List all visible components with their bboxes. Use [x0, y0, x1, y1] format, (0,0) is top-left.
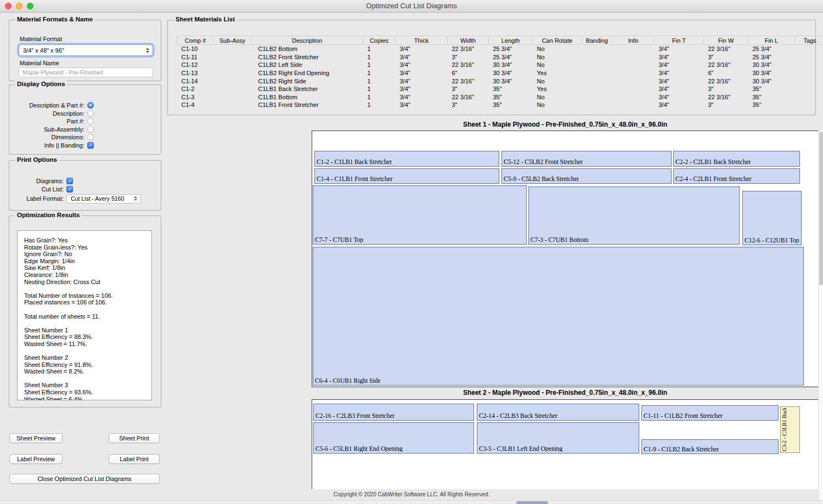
radio-dimensions[interactable]: [87, 134, 94, 140]
checkbox-info-banding[interactable]: [87, 142, 94, 149]
table-cell: 6": [448, 69, 489, 77]
table-cell: 3": [448, 85, 489, 93]
column-header[interactable]: Fin W: [704, 36, 748, 45]
label-format-select[interactable]: Cut List - Avery 5160: [66, 194, 141, 203]
cut-part: C7-3 - C7UB1 Bottom: [528, 186, 740, 245]
label-preview-button[interactable]: Label Preview: [9, 454, 63, 464]
table-cell: 3/4": [655, 85, 704, 93]
label-print-button[interactable]: Label Print: [109, 454, 160, 464]
table-cell: [214, 85, 251, 93]
table-row[interactable]: C1-12C1LB2 Left Side13/4"22 3/16"30 3/4"…: [177, 61, 823, 69]
table-row[interactable]: C1-10C1LB2 Bottom13/4"22 3/16"25 3/4"No3…: [177, 45, 823, 53]
radio-description-and-part[interactable]: [87, 102, 94, 109]
part-label: C1-9 - C1LB2 Back Stretcher: [644, 446, 719, 452]
table-cell: [612, 45, 655, 53]
part-label: C2-14 - C2LB3 Back Stretcher: [479, 412, 557, 419]
sheet-preview-button[interactable]: Sheet Preview: [9, 433, 63, 443]
display-option-label: Sub-Assembly:: [9, 126, 87, 133]
sheet-materials-legend: Sheet Materials List: [173, 16, 237, 22]
cut-part: C2-16 - C2LB3 Front Stretcher: [313, 404, 474, 421]
optimization-results-panel: Optimization Results Has Grain?: Yes Rot…: [9, 216, 161, 407]
display-option-label: Description & Part #:: [9, 102, 87, 109]
display-option-label: Description:: [9, 110, 87, 117]
table-cell: 3/4": [396, 53, 448, 61]
table-cell: [795, 77, 823, 85]
table-cell: [612, 53, 655, 61]
radio-description[interactable]: [87, 110, 94, 117]
cut-list-checkbox[interactable]: [66, 186, 73, 192]
table-cell: 3/4": [396, 61, 448, 69]
table-row[interactable]: C1-2C1LB1 Back Stretcher13/4"3"35"Yes3/4…: [177, 85, 823, 93]
table-cell: 3": [704, 101, 748, 109]
display-option-row: Description & Part #:: [9, 101, 161, 110]
table-cell: 30 3/4": [748, 69, 795, 77]
table-cell: C1LB2 Right Side: [251, 77, 363, 85]
table-cell: [582, 69, 612, 77]
table-cell: [795, 53, 823, 61]
table-cell: 22 3/16": [704, 45, 748, 53]
table-cell: 35": [748, 93, 795, 101]
close-optimized-cut-list-button[interactable]: Close Optimized Cut List Diagrams: [9, 474, 160, 484]
column-header[interactable]: Can Rotate: [533, 36, 582, 45]
table-cell: 25 3/4": [489, 53, 533, 61]
table-cell: [795, 101, 823, 109]
table-cell: 1: [363, 85, 396, 93]
table-cell: [582, 45, 612, 53]
diagrams-checkbox[interactable]: [66, 178, 73, 184]
app-window: Optimized Cut List Diagrams Material For…: [0, 0, 823, 504]
table-row[interactable]: C1-14C1LB2 Right Side13/4"22 3/16"30 3/4…: [177, 77, 823, 85]
column-header[interactable]: Description: [251, 36, 363, 45]
vertical-scrollbar-thumb[interactable]: [819, 132, 823, 285]
table-cell: [612, 93, 655, 101]
table-cell: 3/4": [396, 101, 448, 109]
horizontal-scrollbar-thumb[interactable]: [516, 501, 548, 504]
table-cell: [795, 85, 823, 93]
material-format-select[interactable]: 3/4" x 48" x 96": [19, 44, 153, 56]
table-cell: 22 3/16": [448, 93, 489, 101]
column-header[interactable]: Fin T: [655, 36, 704, 45]
column-header[interactable]: Sub-Assy: [214, 36, 251, 45]
horizontal-scrollbar[interactable]: [0, 500, 823, 504]
radio-part-number[interactable]: [87, 118, 94, 124]
column-header[interactable]: Comp #: [177, 36, 214, 45]
radio-sub-assembly[interactable]: [87, 126, 94, 133]
table-cell: 1: [363, 93, 396, 101]
part-label: C1-4 - C1LB1 Front Stretcher: [317, 175, 393, 182]
cut-part: C1-11 - C1LB2 Front Stretcher: [641, 405, 779, 421]
zoom-window-button[interactable]: [27, 3, 33, 9]
table-row[interactable]: C1-3C1LB1 Bottom13/4"22 3/16"35"No3/4"22…: [177, 93, 823, 101]
column-header[interactable]: Width: [448, 36, 489, 45]
part-label: C5-12 - C5LB2 Front Stretcher: [504, 158, 583, 165]
table-cell: 3/4": [396, 77, 448, 85]
column-header[interactable]: Info: [612, 36, 655, 45]
part-label: C2-4 - C2LB1 Front Stretcher: [675, 175, 752, 182]
table-cell: 35": [748, 101, 795, 109]
table-cell: [612, 61, 655, 69]
table-cell: 35": [489, 101, 533, 109]
column-header[interactable]: Copies: [363, 36, 396, 45]
close-window-button[interactable]: [5, 3, 12, 9]
column-header[interactable]: Length: [489, 36, 533, 45]
window-title: Optimized Cut List Diagrams: [0, 0, 823, 12]
table-cell: No: [533, 101, 582, 109]
column-header[interactable]: Thick: [396, 36, 448, 45]
table-row[interactable]: C1-13C1LB2 Right End Opening13/4"6"30 3/…: [177, 69, 823, 77]
column-header[interactable]: Tags: [795, 36, 823, 45]
table-row[interactable]: C1-11C1LB2 Front Stretcher13/4"3"25 3/4"…: [177, 53, 823, 61]
sheet1-title: Sheet 1 - Maple Plywood - Pre-Finished_0…: [312, 121, 819, 128]
column-header[interactable]: Fin L: [748, 36, 795, 45]
minimize-window-button[interactable]: [16, 3, 22, 9]
optimization-results-text[interactable]: Has Grain?: Yes Rotate Grain-less?: Yes …: [17, 230, 152, 400]
cut-part: C3-5 - C3LB1 Left End Opening: [477, 422, 639, 454]
column-header[interactable]: Banding: [582, 36, 612, 45]
sheet-print-button[interactable]: Sheet Print: [109, 433, 160, 443]
material-name-input[interactable]: [19, 67, 153, 77]
table-cell: No: [533, 61, 582, 69]
table-row[interactable]: C1-4C1LB1 Front Stretcher13/4"3"35"No3/4…: [177, 101, 823, 109]
display-option-label: Part #:: [9, 118, 87, 124]
sheet2-title: Sheet 2 - Maple Plywood - Pre-Finished_0…: [312, 389, 819, 397]
vertical-scrollbar[interactable]: [818, 131, 823, 500]
diagrams-option-row: Diagrams:: [9, 177, 161, 185]
titlebar: Optimized Cut List Diagrams: [0, 0, 823, 13]
table-cell: [582, 53, 612, 61]
